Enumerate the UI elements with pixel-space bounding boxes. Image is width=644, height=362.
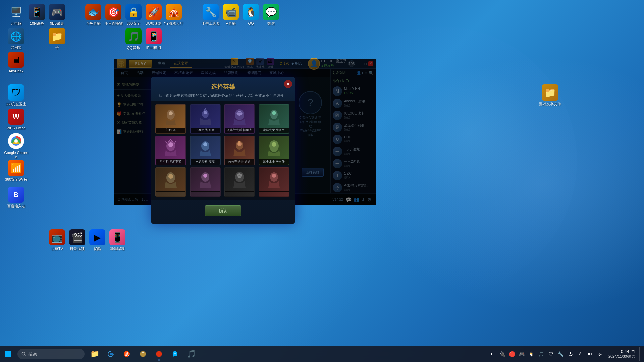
svg-point-9 (237, 111, 242, 116)
taskbar-app-files[interactable]: 📁 (87, 347, 102, 361)
svg-point-40 (175, 353, 176, 354)
hero-name-12 (259, 191, 289, 192)
systray-volume[interactable] (585, 349, 595, 359)
hero-grid: 幻影 洛 不死之战 犯魔 (151, 101, 295, 200)
svg-rect-29 (5, 351, 8, 354)
svg-line-34 (25, 355, 26, 356)
systray-network[interactable] (595, 349, 604, 359)
svg-rect-41 (570, 352, 571, 354)
dialog-description: 从下面列表中选择想要的英雄，完成任务后即可获得，选定英雄后不可再改变— (157, 93, 289, 98)
systray-icons: 🔌 🔴 🎮 🐧 🎵 🛡 🔧 A (498, 349, 604, 359)
svg-point-39 (174, 353, 174, 354)
desktop-icon-wechat[interactable]: 💬 微信 (258, 3, 284, 27)
hero-name-5: 星空幻 玛打阿拉 (156, 159, 185, 165)
show-desktop-button[interactable] (639, 347, 641, 361)
taskbar-app-sogou[interactable]: 搜 (119, 347, 134, 361)
hero-selection-dialog: × 选择英雄 从下面列表中选择想要的英雄，完成任务后即可获得，选定英雄后不可再改… (151, 77, 295, 224)
confirm-button[interactable]: 确认 (205, 205, 241, 216)
svg-point-5 (169, 111, 173, 115)
systray-show-hidden[interactable] (487, 349, 496, 359)
svg-point-24 (203, 174, 207, 178)
systray-mic[interactable] (566, 349, 575, 359)
taskbar-right-area: 🔌 🔴 🎮 🐧 🎵 🛡 🔧 A (487, 346, 644, 362)
svg-point-2 (14, 139, 18, 143)
desktop-icon-baidu[interactable]: B 百度输入法 (3, 185, 30, 210)
svg-point-22 (168, 174, 173, 179)
svg-point-15 (203, 142, 207, 146)
hero-name-8: 炼金术士 辛吉佳 (259, 159, 289, 165)
search-placeholder: 搜索 (28, 351, 37, 357)
svg-rect-31 (5, 354, 8, 357)
svg-point-20 (272, 142, 276, 147)
desktop-icon-chrome[interactable]: Google Chrome (3, 132, 30, 161)
desktop: 🖥️ 此电脑 📱 10N设备 🎮 9B0采集 🐟 斗鱼直播 🎯 斗鱼直播辅 🔒 … (0, 0, 644, 362)
hero-card-4[interactable]: 潮洋之女 德丽文 (259, 104, 289, 134)
taskbar-app-music[interactable]: 🎵 (184, 347, 199, 361)
svg-rect-32 (8, 354, 11, 357)
desktop-icon-360wifi[interactable]: 📶 360安全Wi-Fi (3, 159, 30, 183)
taskbar-app-game[interactable] (152, 347, 166, 361)
hero-card-12[interactable] (259, 167, 289, 197)
hero-name-7: 未来守护者 逃逃 (225, 159, 254, 165)
clock-date: 2024/11/30/周六 (608, 354, 635, 359)
dialog-title: 选择英雄 (157, 83, 289, 91)
hero-card-7[interactable]: 未来守护者 逃逃 (224, 136, 255, 165)
svg-rect-30 (8, 351, 11, 354)
desktop-icon-anydesk[interactable]: 🖥 AnyDesk (3, 50, 30, 75)
hero-name-10 (191, 191, 220, 192)
dialog-header: 选择英雄 从下面列表中选择想要的英雄，完成任务后即可获得，选定英雄后不可再改变— (151, 77, 295, 101)
hero-name-9 (156, 191, 185, 192)
taskbar-app-lol[interactable] (136, 347, 150, 361)
systray-app2[interactable]: 🔴 (507, 349, 517, 359)
taskbar-pinned-apps: 📁 搜 (87, 347, 199, 361)
desktop-icon-internet[interactable]: 🌐 联网宝 (3, 27, 30, 51)
systray-app6[interactable]: 🛡 (546, 349, 556, 359)
hero-name-4: 潮洋之女 德丽文 (259, 128, 289, 133)
confirm-area: 确认 (151, 200, 295, 224)
hero-card-10[interactable] (190, 167, 221, 197)
desktop-icon-wps[interactable]: W WPS Office (3, 107, 30, 132)
dialog-close-button[interactable]: × (284, 80, 292, 88)
hero-card-5[interactable]: 星空幻 玛打阿拉 (155, 136, 186, 165)
svg-point-28 (272, 174, 276, 178)
taskbar-clock[interactable]: 0:44:21 2024/11/30/周六 (606, 349, 638, 359)
desktop-icon-gamefolder[interactable]: 📁 游戏文字文件 (537, 83, 564, 108)
systray-app3[interactable]: 🎮 (517, 349, 527, 359)
systray-app1[interactable]: 🔌 (498, 349, 507, 359)
desktop-icon-yy[interactable]: 🎪 YY游戏大厅 (160, 3, 187, 27)
hero-name-6: 永远梦根 魔魔 (191, 159, 220, 165)
systray-app4[interactable]: 🐧 (527, 349, 536, 359)
svg-point-11 (272, 111, 276, 115)
svg-point-13 (168, 142, 173, 147)
systray-app7[interactable]: 🔧 (556, 349, 566, 359)
hero-card-2[interactable]: 不死之战 犯魔 (190, 104, 221, 134)
taskbar-search-box[interactable]: 搜索 (17, 349, 85, 359)
systray-keyboard[interactable]: A (576, 349, 585, 359)
start-button[interactable] (0, 346, 16, 362)
svg-rect-18 (238, 141, 240, 145)
hero-card-8[interactable]: 炼金术士 辛吉佳 (259, 136, 289, 165)
desktop-icon-ipad[interactable]: 📱 iPad模拟 (140, 27, 167, 51)
desktop-icon-folder[interactable]: 📁 子 (44, 27, 70, 51)
hero-card-9[interactable] (155, 167, 186, 197)
hero-card-1[interactable]: 幻影 洛 (155, 104, 186, 134)
hero-name-1: 幻影 洛 (156, 128, 185, 133)
taskbar-app-qq[interactable] (168, 347, 182, 361)
svg-point-33 (22, 352, 25, 355)
systray-app5[interactable]: 🎵 (537, 349, 546, 359)
svg-point-43 (599, 355, 600, 356)
clock-time: 0:44:21 (621, 349, 635, 354)
svg-point-7 (204, 111, 207, 114)
hero-card-3[interactable]: 瓦洛兰之盾 恺里克 (224, 104, 255, 134)
hero-name-11 (225, 191, 254, 192)
taskbar-app-edge[interactable] (103, 347, 118, 361)
desktop-icon-980[interactable]: 🎮 9B0采集 (44, 3, 70, 27)
hero-card-11[interactable] (224, 167, 255, 197)
taskbar: 搜索 📁 搜 (0, 346, 644, 362)
desktop-icon-bilibili[interactable]: 📱 哔哩哔哩 (104, 228, 131, 252)
svg-text:搜: 搜 (125, 352, 129, 356)
hero-card-6[interactable]: 永远梦根 魔魔 (190, 136, 221, 165)
desktop-icon-360safe[interactable]: 🛡 360安全卫士 (3, 83, 30, 108)
hero-name-3: 瓦洛兰之盾 恺里克 (225, 128, 254, 133)
hero-name-2: 不死之战 犯魔 (191, 128, 220, 133)
